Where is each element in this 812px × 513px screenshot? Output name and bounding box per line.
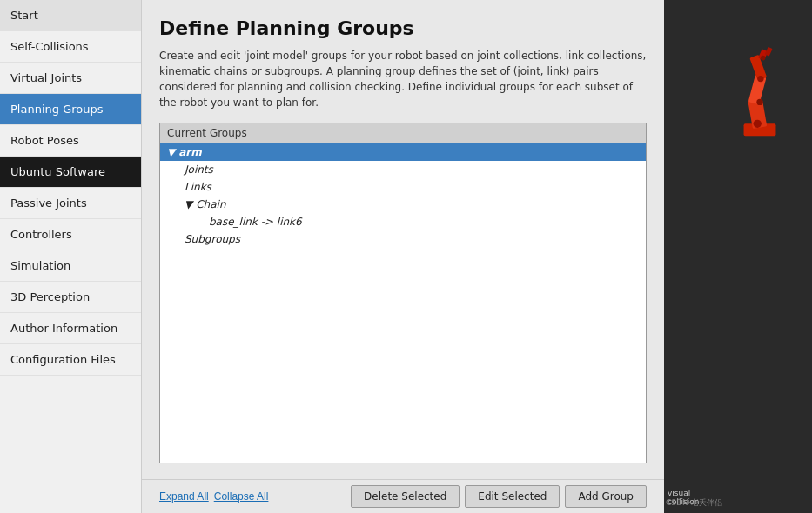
sidebar-item-configuration-files[interactable]: Configuration Files [0, 344, 141, 376]
tree-item-links[interactable]: Links [160, 178, 646, 196]
delete-selected-button[interactable]: Delete Selected [351, 485, 460, 508]
sidebar-item-label: Controllers [10, 228, 72, 241]
description-text: Create and edit 'joint model' groups for… [159, 48, 647, 110]
edit-selected-button[interactable]: Edit Selected [465, 485, 560, 508]
tree-item-label: Links [185, 181, 211, 193]
sidebar-item-label: 3D Perception [10, 290, 90, 303]
sidebar-item-robot-poses[interactable]: Robot Poses [0, 125, 141, 157]
groups-tree-panel: Current Groups ▼arm Joints Links ▼Chain … [159, 123, 647, 463]
main-content: Define Planning Groups Create and edit '… [142, 0, 664, 513]
sidebar-item-label: Author Information [10, 322, 117, 335]
sidebar-item-planning-groups[interactable]: Planning Groups [0, 94, 141, 125]
expand-collapse-links: Expand All Collapse All [159, 490, 268, 503]
tree-item-label: arm [178, 146, 202, 158]
tree-item-label: base_link -> link6 [209, 216, 302, 228]
sidebar-item-label: Ubuntu Software [10, 165, 105, 178]
action-buttons: Delete Selected Edit Selected Add Group [351, 485, 647, 508]
sidebar-item-label: Self-Collisions [10, 40, 89, 53]
sidebar-item-label: Robot Poses [10, 134, 79, 147]
sidebar-item-author-information[interactable]: Author Information [0, 313, 141, 344]
sidebar-item-label: Planning Groups [10, 103, 103, 116]
tree-item-chain[interactable]: ▼Chain [160, 196, 646, 213]
sidebar-item-self-collisions[interactable]: Self-Collisions [0, 31, 141, 63]
tree-item-subgroups[interactable]: Subgroups [160, 230, 646, 248]
sidebar-item-simulation[interactable]: Simulation [0, 250, 141, 282]
content-area: Define Planning Groups Create and edit '… [142, 0, 664, 479]
tree-item-label: Joints [185, 163, 213, 176]
sidebar-item-3d-perception[interactable]: 3D Perception [0, 282, 141, 313]
tree-item-chain-value[interactable]: base_link -> link6 [160, 213, 646, 230]
visual-label: visual [668, 489, 690, 497]
svg-point-6 [754, 120, 762, 128]
sidebar-item-ubuntu-software[interactable]: Ubuntu Software [0, 157, 141, 188]
tree-item-label: Subgroups [185, 233, 240, 245]
sidebar-item-label: Simulation [10, 259, 70, 272]
robot-arm-visual [716, 43, 803, 148]
sidebar-item-start[interactable]: Start [0, 0, 141, 31]
tree-item-arm[interactable]: ▼arm [160, 143, 646, 161]
sidebar-item-passive-joints[interactable]: Passive Joints [0, 188, 141, 219]
tree-header: Current Groups [160, 123, 646, 143]
add-group-button[interactable]: Add Group [565, 485, 647, 508]
tree-item-label: Chain [196, 198, 225, 210]
sidebar-item-label: Passive Joints [10, 197, 87, 210]
collapse-all-button[interactable]: Collapse All [214, 490, 269, 503]
page-title: Define Planning Groups [159, 17, 647, 39]
3d-viewport: visual collision CSDN·老夭伴侣 [664, 0, 812, 513]
sidebar-item-label: Start [10, 9, 38, 22]
svg-point-7 [756, 99, 762, 105]
bottom-bar: Expand All Collapse All Delete Selected … [142, 479, 664, 513]
tree-arrow: ▼ [185, 198, 192, 210]
svg-point-8 [757, 76, 763, 82]
tree-item-joints[interactable]: Joints [160, 161, 646, 178]
expand-all-button[interactable]: Expand All [159, 490, 209, 503]
sidebar-item-label: Configuration Files [10, 353, 116, 366]
sidebar-item-virtual-joints[interactable]: Virtual Joints [0, 63, 141, 94]
sidebar-item-label: Virtual Joints [10, 71, 82, 84]
sidebar: Start Self-Collisions Virtual Joints Pla… [0, 0, 142, 513]
watermark: CSDN·老夭伴侣 [666, 497, 722, 509]
tree-arrow: ▼ [167, 146, 175, 158]
svg-point-9 [761, 56, 766, 61]
sidebar-item-controllers[interactable]: Controllers [0, 219, 141, 250]
